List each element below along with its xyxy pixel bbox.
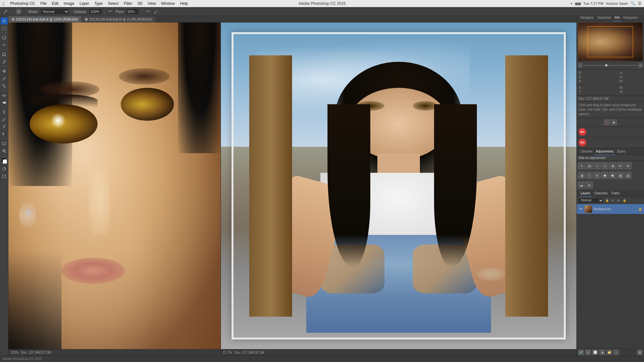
notification-icon[interactable]: ☰ [638, 1, 641, 6]
adj-photo-filter[interactable]: ⬡ [586, 172, 593, 179]
brush-tool-icon[interactable] [2, 8, 9, 15]
adj-posterize[interactable]: ▦ [617, 172, 624, 179]
tab-adjustments[interactable]: Adjustments [594, 148, 615, 155]
tab-styles[interactable]: Styles [615, 148, 627, 155]
svg-point-2 [17, 10, 20, 13]
menu-edit[interactable]: Edit [50, 0, 61, 7]
airbrush-toggle[interactable] [107, 8, 114, 15]
tool-dodge[interactable] [1, 108, 8, 116]
new-layer-button[interactable]: + [613, 349, 619, 355]
adj-levels[interactable]: ▤ [586, 162, 593, 169]
adj-brightness-contrast[interactable]: ☀ [578, 162, 585, 169]
adj-color-balance[interactable]: ⊗ [624, 162, 631, 169]
layer-row-background[interactable]: 👁 Background 🔒 [577, 204, 644, 214]
tab-layers[interactable]: Layers [579, 190, 592, 197]
tool-shape[interactable] [1, 140, 8, 147]
doc-tab-left-close[interactable]: × [12, 18, 15, 21]
tool-clone-stamp[interactable] [1, 82, 8, 89]
lock-pixels-button[interactable]: ✏ [610, 198, 615, 203]
menu-window[interactable]: Window [159, 0, 177, 7]
adj-channel-mixer[interactable]: ⊞ [593, 172, 601, 179]
adj-vibrance[interactable]: ◑ [609, 162, 616, 169]
doc-tab-right-close[interactable]: × [85, 18, 88, 21]
zoom-out-button[interactable]: − [578, 63, 582, 68]
tool-gradient[interactable] [1, 99, 8, 106]
new-group-button[interactable]: 📁 [606, 349, 612, 355]
tool-selection[interactable] [1, 25, 8, 32]
menu-select[interactable]: Select [106, 0, 120, 7]
tab-paths[interactable]: Paths [610, 190, 622, 197]
adj-exposure[interactable]: ⊙ [601, 162, 608, 169]
tool-healing[interactable] [1, 68, 8, 75]
angle-icon[interactable] [153, 8, 160, 15]
menu-layer[interactable]: Layer [78, 0, 91, 7]
add-style-button[interactable]: fx [585, 349, 591, 355]
menu-filter[interactable]: Filter [122, 0, 134, 7]
add-mask-button[interactable]: ⬜ [592, 349, 598, 355]
play-button[interactable]: ▶ [611, 119, 617, 125]
app-title: Adobe Photoshop CC 2015 [298, 1, 346, 6]
menu-help[interactable]: Help [178, 0, 190, 7]
tool-quick-mask[interactable] [1, 165, 8, 172]
doc-tab-right[interactable]: × DSC01145-Edit-Edit.tif @ 21.8% (RGB/16… [81, 16, 156, 23]
tool-eyedropper[interactable] [1, 58, 8, 65]
tool-pen[interactable] [1, 116, 8, 123]
info-message-text: Click and drag to paint using foreground… [579, 103, 641, 116]
doc-tab-left[interactable]: × DSC01145-Edit-Edit.tif @ 123% (RGB/16#… [8, 16, 81, 23]
zoom-slider[interactable] [584, 65, 637, 66]
adj-gradient-map[interactable]: ▬ [578, 181, 585, 189]
adj-selective-color[interactable]: ◈ [586, 181, 593, 189]
menu-view[interactable]: View [146, 0, 158, 7]
menu-photoshop[interactable]: Photoshop CC [8, 0, 37, 7]
layer-visibility-background[interactable]: 👁 [579, 207, 583, 211]
background-color[interactable] [3, 159, 7, 164]
tool-eraser[interactable] [1, 92, 8, 99]
info-g-label: G: [579, 75, 582, 79]
tool-quick-select[interactable] [1, 42, 8, 49]
adj-black-white[interactable]: ◨ [578, 172, 585, 179]
canvas-left[interactable] [8, 23, 221, 349]
adj-threshold[interactable]: ▧ [624, 172, 631, 179]
menu-image[interactable]: Image [62, 0, 76, 7]
adj-invert[interactable]: ⬣ [609, 172, 616, 179]
menu-file[interactable]: File [39, 0, 49, 7]
adj-curves[interactable]: ∿ [593, 162, 601, 169]
zoom-in-button[interactable]: + [638, 63, 643, 68]
lock-position-button[interactable]: ⊕ [616, 198, 621, 203]
layer-blend-mode-dropdown[interactable]: Normal [578, 198, 604, 203]
zoom-slider-thumb[interactable] [605, 64, 608, 67]
doc-size-left: Doc: 137.3M/137.3M [21, 351, 51, 354]
menu-type[interactable]: Type [92, 0, 105, 7]
foreground-background-colors[interactable] [1, 158, 7, 164]
tab-libraries[interactable]: Libraries [579, 148, 594, 155]
tool-zoom[interactable] [1, 147, 8, 154]
tab-channels[interactable]: Channels [592, 190, 610, 197]
navigator-controls: − + [578, 62, 643, 68]
layer-lock-icon[interactable]: 🔒 [638, 207, 642, 211]
brush-preset-picker[interactable] [14, 8, 24, 15]
tool-lasso[interactable] [1, 34, 8, 41]
info-w-label: W: [619, 79, 623, 83]
lock-all-button[interactable]: 🔓 [622, 198, 627, 203]
record-button[interactable]: ● [604, 119, 610, 125]
opacity-input[interactable] [89, 8, 102, 15]
tool-path-select[interactable] [1, 131, 8, 138]
link-layers-button[interactable]: 🔗 [578, 349, 584, 355]
tool-text[interactable]: T [1, 123, 8, 130]
adj-color-lookup[interactable]: ⬢ [601, 172, 608, 179]
delete-layer-button[interactable]: 🗑 [637, 349, 643, 355]
canvas-right[interactable] [221, 23, 576, 349]
smoothing-toggle[interactable] [144, 8, 151, 15]
mode-dropdown[interactable]: Normal [40, 8, 69, 15]
tool-crop[interactable] [1, 51, 8, 58]
flow-input[interactable] [126, 8, 139, 15]
tool-brush[interactable] [1, 75, 8, 82]
lock-transparent-button[interactable]: 🔒 [604, 198, 610, 203]
new-adjustment-layer-button[interactable]: ◑ [599, 349, 605, 355]
adj-hue-sat[interactable]: ⊕ [617, 162, 624, 169]
tool-screen-mode[interactable] [1, 173, 8, 180]
search-icon[interactable]: 🔍 [630, 1, 635, 6]
tool-move[interactable] [1, 17, 8, 24]
menu-3d[interactable]: 3D [136, 0, 144, 7]
apple-menu[interactable]:  [3, 1, 4, 6]
